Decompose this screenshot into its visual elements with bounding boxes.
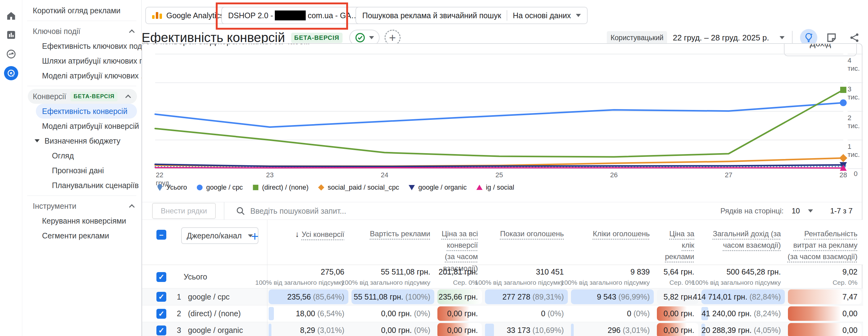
check-circle-icon xyxy=(355,32,365,43)
data-cell: 0,00 xyxy=(786,322,863,336)
date-type-chip: Користувацький xyxy=(607,31,667,44)
divider xyxy=(27,21,136,21)
section-title: Інструменти xyxy=(33,202,76,211)
import-rows-button[interactable]: Внести рядки xyxy=(152,203,216,219)
divider xyxy=(27,196,136,196)
sidebar-item-label: Ефективність ключових подій xyxy=(42,42,148,51)
sidebar-item-scenario-planner[interactable]: Планувальник сценаріїв xyxy=(22,178,141,193)
sidebar-item-ad-segments[interactable]: Сегменти реклами xyxy=(22,228,141,243)
x-tick-label: 28 xyxy=(840,171,847,179)
divider xyxy=(27,86,136,86)
sidebar-section-key-events[interactable]: Ключові події xyxy=(22,24,141,39)
data-cell: 7,47 xyxy=(786,289,863,305)
circle-marker-icon xyxy=(196,184,203,191)
data-cell: 0 (0%) xyxy=(569,305,655,322)
row-checkbox[interactable]: ✓ xyxy=(156,326,166,335)
date-range[interactable]: 22 груд. – 28 груд. 2025 р. xyxy=(673,33,769,43)
row-number: 3 xyxy=(177,326,181,335)
pagination-range: 1-7 з 7 xyxy=(830,207,852,215)
beta-badge: БЕТА-ВЕРСІЯ xyxy=(70,92,118,101)
y-tick-label: 4 тис. xyxy=(847,57,862,73)
data-cell: 277 278 (89,31%) xyxy=(484,289,569,305)
explore-icon[interactable] xyxy=(4,47,18,61)
diamond-marker-icon xyxy=(318,184,324,191)
data-cell: 235,66 грн. xyxy=(436,289,484,305)
sidebar-item-label: Керування конверсіями xyxy=(42,216,126,226)
sidebar-section-conversions[interactable]: Конверсії БЕТА-ВЕРСІЯ xyxy=(28,89,137,104)
sidebar-item-label: Шляхи атрибуції ключових п... xyxy=(42,57,150,65)
section-title: Ключові події xyxy=(33,27,81,36)
reports-icon[interactable] xyxy=(4,28,18,42)
sidebar-item-manage-conversions[interactable]: Керування конверсіями xyxy=(22,213,141,228)
dimension-select[interactable]: Джерело/канал xyxy=(181,227,258,244)
beta-badge: БЕТА-ВЕРСІЯ xyxy=(291,33,342,43)
x-tick-label: 26 xyxy=(610,171,618,179)
section-title-wrap: Конверсії БЕТА-ВЕРСІЯ xyxy=(33,92,118,101)
x-tick-label: 25 xyxy=(496,171,503,179)
sidebar-item-label: Ефективність конверсій xyxy=(42,107,127,116)
table-totals-row: ✓ Усього 275,06100% від загального підсу… xyxy=(142,266,863,289)
sidebar-item-budgeting[interactable]: Визначення бюджету xyxy=(22,133,141,148)
sidebar-section-tools[interactable]: Інструменти xyxy=(22,199,141,213)
sidebar-item-conversion-performance[interactable]: Ефективність конверсій xyxy=(36,104,137,119)
header-bar: Google Analytics DSHOP 2.0 - com.ua - GA… xyxy=(142,7,868,25)
sidebar-item-conversion-attribution-models[interactable]: Моделі атрибуції конверсій xyxy=(22,119,141,133)
legend-item-social-paid: social_paid / social_cpc xyxy=(318,183,399,192)
sidebar-item-key-event-performance[interactable]: Ефективність ключових подій xyxy=(22,39,141,54)
chevron-up-icon xyxy=(125,95,131,100)
dimension-label: Джерело/канал xyxy=(187,231,242,240)
legend-item-google-organic: google / organic xyxy=(408,183,467,192)
x-tick-label: 24 xyxy=(381,171,388,179)
chevron-up-icon xyxy=(129,29,134,35)
report-scope-selector[interactable]: Пошукова реклама й звичайний пошук На ос… xyxy=(355,7,588,24)
row-label: google / cpc xyxy=(188,293,230,301)
totals-cell: 275,06100% від загального підсумку xyxy=(267,266,350,288)
row-checkbox[interactable]: ✓ xyxy=(156,292,166,302)
square-marker-icon xyxy=(252,184,259,191)
sidebar-item-forecast-data[interactable]: Прогнозні дані xyxy=(22,163,141,178)
data-cell: 33 173 (10,69%) xyxy=(484,322,569,336)
x-tick-label: 23 xyxy=(266,171,274,179)
search-icon xyxy=(236,206,245,216)
table-toolbar: Внести рядки Рядків на сторінці: 10 1-7 … xyxy=(142,202,862,220)
advertising-icon[interactable] xyxy=(4,66,18,80)
sidebar-item-label: Моделі атрибуції ключових ... xyxy=(42,71,147,80)
row-number: 2 xyxy=(177,309,181,318)
table-row: ✓ 1 google / cpc 235,56 (85,64%) 55 511,… xyxy=(142,289,863,305)
sidebar-item-key-event-models[interactable]: Моделі атрибуції ключових ... xyxy=(22,68,141,83)
sidebar-item-label: Визначення бюджету xyxy=(44,136,120,145)
rows-per-page-value[interactable]: 10 xyxy=(792,207,800,215)
row-checkbox[interactable]: ✓ xyxy=(156,272,166,282)
table-row: ✓ 3 google / organic 8,29 (3,01%) 0,00 г… xyxy=(142,322,863,336)
chevron-down-icon xyxy=(576,14,581,17)
sidebar-item-label: Огляд xyxy=(52,151,74,160)
sidebar-item-budget-overview[interactable]: Огляд xyxy=(22,148,141,163)
home-icon[interactable] xyxy=(4,9,18,23)
totals-cell: 500 645,28 грн.100% від загального підсу… xyxy=(700,266,786,288)
sidebar-item-key-event-paths[interactable]: Шляхи атрибуції ключових п... xyxy=(22,54,141,68)
table-header-row: – Джерело/канал + ↓Усі конверсії Вартіст… xyxy=(142,220,863,265)
table-column-divider xyxy=(267,220,268,336)
totals-label-cell: ✓ Усього xyxy=(142,266,267,288)
select-all-checkbox[interactable]: – xyxy=(156,230,166,240)
table-search xyxy=(236,206,720,216)
search-input[interactable] xyxy=(250,207,529,215)
chevron-down-icon[interactable] xyxy=(808,209,813,212)
legend-item-direct-none: (direct) / (none) xyxy=(252,183,309,192)
row-label: (direct) / (none) xyxy=(188,309,241,318)
data-cell: 0,00 грн. (0%) xyxy=(350,322,436,336)
data-cell: 414 714,01 грн. (82,84%) xyxy=(700,289,786,305)
sidebar-item-overview[interactable]: Короткий огляд реклами xyxy=(22,3,141,18)
add-column-button[interactable]: + xyxy=(251,229,259,244)
sidebar-item-label: Планувальник сценаріїв xyxy=(52,181,139,190)
legend-item-google-cpc: google / cpc xyxy=(196,183,243,192)
row-label-cell: ✓ 2 (direct) / (none) xyxy=(142,305,267,322)
pin-marker-icon xyxy=(156,184,163,191)
divider xyxy=(792,31,793,44)
report-scope-label: Пошукова реклама й звичайний пошук xyxy=(362,11,501,20)
rows-per-page-label: Рядків на сторінці: xyxy=(720,207,783,215)
data-cell: 235,56 (85,64%) xyxy=(267,289,350,305)
main-content: Google Analytics DSHOP 2.0 - com.ua - GA… xyxy=(142,0,868,336)
row-checkbox[interactable]: ✓ xyxy=(156,309,166,319)
data-cell: 41 240,00 грн. (8,24%) xyxy=(700,305,786,322)
